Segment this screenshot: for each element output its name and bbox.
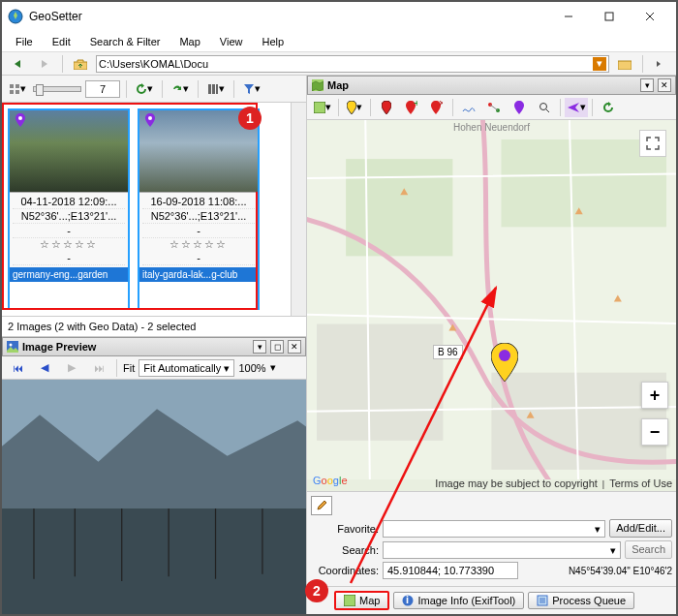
marker-red-icon[interactable] bbox=[375, 98, 398, 117]
preview-panel-header[interactable]: Image Preview ▾ ◻ ✕ bbox=[2, 337, 306, 356]
tab-image-info[interactable]: i Image Info (ExifTool) bbox=[393, 592, 524, 609]
back-button[interactable] bbox=[6, 54, 29, 74]
addedit-button[interactable]: Add/Edit... bbox=[609, 519, 672, 538]
marker-remove-icon[interactable]: × bbox=[425, 98, 448, 117]
svg-text:+: + bbox=[414, 101, 417, 108]
view-mode-button[interactable]: ▾ bbox=[6, 79, 29, 99]
favorite-label: Favorite: bbox=[311, 523, 379, 535]
svg-point-42 bbox=[499, 350, 510, 361]
queue-icon bbox=[537, 595, 548, 606]
folder-open-button[interactable] bbox=[613, 54, 636, 74]
menu-help[interactable]: Help bbox=[255, 34, 293, 49]
filter-button[interactable]: ▾ bbox=[240, 79, 263, 99]
bottom-tab-bar: 2 Map i Image Info (ExifTool) Process Qu… bbox=[307, 586, 676, 614]
close-button[interactable] bbox=[630, 3, 670, 30]
menu-file[interactable]: File bbox=[8, 34, 41, 49]
main-toolbar: C:\Users\KOMAL\Docu ▾ bbox=[2, 52, 676, 76]
road-label: B 96 bbox=[433, 345, 463, 359]
edit-location-button[interactable] bbox=[311, 496, 332, 515]
terms-link[interactable]: Terms of Use bbox=[609, 477, 672, 489]
panel-close-icon[interactable]: ✕ bbox=[658, 78, 671, 92]
map-refresh-icon[interactable] bbox=[597, 98, 620, 117]
panel-restore-icon[interactable]: ◻ bbox=[270, 340, 284, 354]
marker-purple-icon[interactable] bbox=[508, 98, 531, 117]
right-pane: Map ▾ ✕ ▾ ▾ + × ▾ bbox=[307, 76, 676, 614]
map-layers-button[interactable]: ▾ bbox=[311, 98, 334, 117]
maximize-button[interactable] bbox=[589, 3, 630, 30]
thumb-size-slider[interactable] bbox=[33, 86, 81, 92]
menu-view[interactable]: View bbox=[212, 34, 251, 49]
map-panel-header[interactable]: Map ▾ ✕ bbox=[307, 76, 676, 95]
overflow-button[interactable] bbox=[649, 54, 672, 74]
first-button[interactable]: ⏮ bbox=[6, 358, 29, 378]
svg-rect-13 bbox=[216, 84, 218, 94]
tab-map[interactable]: Map bbox=[334, 591, 389, 610]
menu-edit[interactable]: Edit bbox=[45, 34, 78, 49]
zoom-out-button[interactable]: − bbox=[641, 418, 668, 446]
waypoints-icon[interactable] bbox=[482, 98, 506, 117]
svg-rect-40 bbox=[317, 324, 443, 441]
panel-menu-icon[interactable]: ▾ bbox=[253, 340, 266, 354]
left-pane: ▾ 7 ▾ ▾ ▾ ▾ 1 04-11-2018 12:09:... N52°3… bbox=[2, 76, 307, 614]
google-logo: Google bbox=[313, 472, 348, 487]
up-button[interactable] bbox=[69, 54, 92, 74]
favorite-select[interactable]: ▾ bbox=[383, 520, 605, 538]
thumbnail-item[interactable]: 16-09-2018 11:08:... N52°36'...;E13°21'.… bbox=[138, 108, 260, 310]
svg-rect-19 bbox=[2, 508, 306, 614]
menu-bar: File Edit Search & Filter Map View Help bbox=[2, 31, 676, 52]
thumb-scrollbar[interactable] bbox=[291, 103, 306, 316]
direction-icon[interactable]: ▾ bbox=[565, 98, 588, 117]
image-icon bbox=[7, 341, 18, 353]
map-toolbar: ▾ ▾ + × ▾ bbox=[307, 95, 676, 120]
coordinates-dms: N45°54'39.04" E10°46'2 bbox=[522, 566, 672, 576]
columns-button[interactable]: ▾ bbox=[204, 79, 228, 99]
panel-close-icon[interactable]: ✕ bbox=[288, 340, 301, 354]
status-bar: 2 Images (2 with Geo Data) - 2 selected bbox=[2, 316, 306, 337]
geo-pin-icon bbox=[145, 113, 155, 127]
info-icon: i bbox=[402, 595, 414, 606]
thumbnail-pane[interactable]: 1 04-11-2018 12:09:... N52°36'...;E13°21… bbox=[2, 103, 291, 316]
panel-menu-icon[interactable]: ▾ bbox=[640, 78, 654, 92]
svg-point-35 bbox=[540, 103, 547, 109]
zoom-in-button[interactable]: + bbox=[641, 382, 668, 409]
svg-rect-29 bbox=[314, 102, 325, 113]
svg-point-14 bbox=[18, 116, 22, 120]
tab-process-queue[interactable]: Process Queue bbox=[528, 592, 634, 609]
svg-rect-10 bbox=[15, 90, 19, 94]
svg-rect-43 bbox=[344, 595, 355, 606]
map-marker-icon[interactable] bbox=[491, 343, 518, 382]
path-dropdown-icon[interactable]: ▾ bbox=[593, 57, 606, 71]
window-title: GeoSetter bbox=[29, 10, 548, 23]
reload-button[interactable]: ▾ bbox=[169, 79, 192, 99]
marker-yellow-icon[interactable]: ▾ bbox=[343, 98, 366, 117]
annotation-two: 2 bbox=[305, 579, 328, 602]
map-view[interactable]: Hohen Neuendorf B 96 + − Google Image ma… bbox=[307, 120, 676, 491]
refresh-folder-button[interactable]: ▾ bbox=[133, 79, 156, 99]
svg-text:i: i bbox=[406, 595, 409, 605]
menu-map[interactable]: Map bbox=[171, 34, 207, 49]
svg-rect-2 bbox=[605, 13, 613, 20]
prev-button[interactable]: ◀ bbox=[33, 358, 56, 378]
search-input[interactable]: ▾ bbox=[383, 541, 621, 559]
svg-rect-11 bbox=[208, 84, 211, 94]
next-button[interactable]: ▶ bbox=[60, 358, 83, 378]
geo-pin-icon bbox=[15, 113, 25, 127]
thumbnail-item[interactable]: 04-11-2018 12:09:... N52°36'...;E13°21'.… bbox=[8, 108, 130, 310]
coordinates-input[interactable]: 45.910844; 10.773390 bbox=[383, 562, 518, 579]
zoom-level: 100% bbox=[238, 362, 265, 374]
last-button[interactable]: ⏭ bbox=[87, 358, 110, 378]
preview-toolbar: ⏮ ◀ ▶ ⏭ Fit Fit Automatically ▾ 100%▾ bbox=[2, 356, 306, 380]
marker-add-icon[interactable]: + bbox=[400, 98, 423, 117]
menu-search[interactable]: Search & Filter bbox=[82, 34, 169, 49]
thumb-size-value[interactable]: 7 bbox=[85, 80, 120, 98]
forward-button[interactable] bbox=[33, 54, 56, 74]
fullscreen-button[interactable] bbox=[639, 130, 666, 157]
preview-image[interactable] bbox=[2, 380, 306, 614]
path-input[interactable]: C:\Users\KOMAL\Docu ▾ bbox=[96, 55, 609, 73]
search-map-icon[interactable] bbox=[533, 98, 556, 117]
fit-mode-select[interactable]: Fit Automatically ▾ bbox=[139, 359, 234, 377]
minimize-button[interactable] bbox=[548, 3, 589, 30]
track-icon[interactable] bbox=[457, 98, 480, 117]
search-button[interactable]: Search bbox=[625, 540, 672, 559]
svg-rect-9 bbox=[10, 90, 14, 94]
